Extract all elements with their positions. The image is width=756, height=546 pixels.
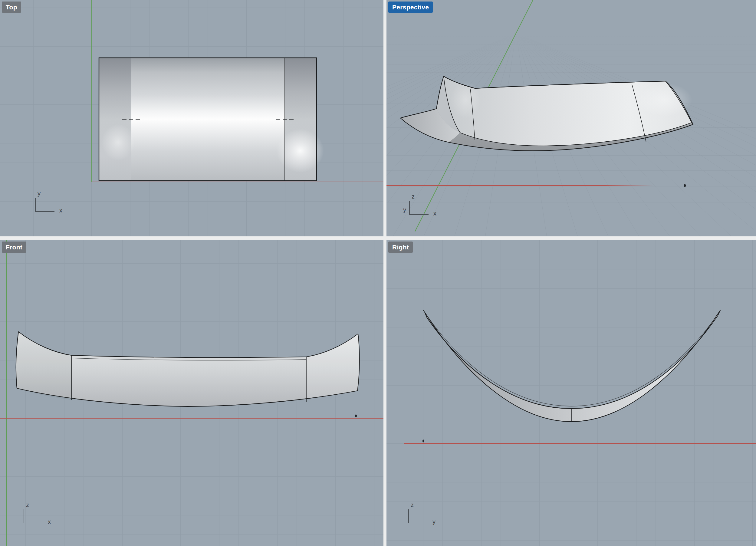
viewport-right[interactable]: Right z y: [386, 240, 756, 546]
axis-label-z: z: [411, 502, 414, 508]
point-marker: [684, 184, 686, 187]
axis-indicator: y x: [29, 190, 74, 219]
axis-label-z: z: [412, 193, 415, 200]
cad-four-viewport-canvas: Top y x: [0, 0, 756, 546]
point-marker: [422, 440, 424, 442]
axis-icon-horizontal-line: [409, 214, 429, 215]
axis-label-x: x: [48, 518, 51, 525]
viewport-top[interactable]: Top y x: [0, 0, 383, 236]
viewport-label-right[interactable]: Right: [388, 242, 413, 253]
surface-top-projection: [99, 58, 324, 181]
viewport-label-perspective[interactable]: Perspective: [388, 2, 433, 13]
axis-icon-vertical-line: [35, 198, 36, 212]
axis-label-z: z: [26, 502, 29, 508]
axis-label-x: x: [59, 207, 62, 214]
viewport-label-front[interactable]: Front: [2, 242, 26, 253]
axis-indicator: z y x: [403, 193, 449, 222]
axis-icon-horizontal-line: [35, 211, 54, 212]
surface-right-projection: [422, 310, 720, 442]
axis-indicator: z x: [18, 502, 63, 530]
viewport-perspective[interactable]: Perspective z y x: [386, 0, 756, 236]
axis-icon-vertical-line: [408, 509, 409, 523]
surface-front-projection: [16, 332, 360, 417]
axis-icon-horizontal-line: [24, 523, 43, 523]
axis-label-y: y: [403, 206, 406, 213]
point-marker: [355, 415, 357, 417]
axis-icon-vertical-line: [409, 201, 410, 215]
axis-label-y: y: [38, 190, 41, 197]
axis-label-y: y: [432, 518, 436, 525]
surface-perspective: [400, 76, 693, 187]
axis-icon-horizontal-line: [408, 523, 428, 523]
viewport-front[interactable]: Front z x: [0, 240, 383, 546]
model-right-view[interactable]: [386, 240, 756, 546]
axis-icon-vertical-line: [24, 509, 24, 523]
model-front-view[interactable]: [0, 240, 383, 546]
axis-indicator: z y: [402, 502, 448, 530]
axis-label-x: x: [433, 210, 436, 217]
viewport-label-top[interactable]: Top: [2, 2, 21, 13]
